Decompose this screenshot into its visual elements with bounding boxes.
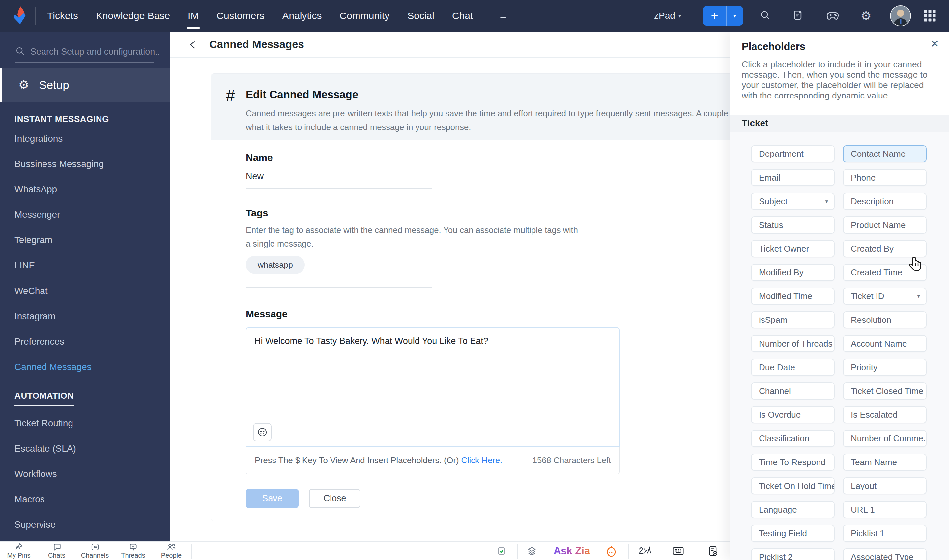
sidebar-item[interactable]: Preferences <box>0 329 170 354</box>
tags-underline <box>246 287 432 288</box>
release-notes-icon[interactable] <box>792 9 803 22</box>
placeholder-pill[interactable]: Ticket Closed Time ▾ <box>843 382 927 400</box>
placeholder-pill[interactable]: Testing Field ▾ <box>751 525 835 542</box>
placeholder-pill[interactable]: Phone ▾ <box>843 169 927 186</box>
sidebar-item[interactable]: Supervise <box>0 512 170 537</box>
sidebar-item[interactable]: Escalate (SLA) <box>0 436 170 461</box>
save-button[interactable]: Save <box>246 489 299 508</box>
placeholder-pill[interactable]: Resolution ▾ <box>843 311 927 328</box>
placeholder-pill[interactable]: Layout ▾ <box>843 477 927 494</box>
placeholder-pill[interactable]: Language ▾ <box>751 501 835 518</box>
bottombar-channels[interactable]: Channels <box>77 542 113 560</box>
close-button[interactable]: Close <box>309 489 360 508</box>
message-textarea[interactable]: Hi Welcome To Tasty Bakery. What Would Y… <box>246 328 620 447</box>
placeholder-pill[interactable]: Number of Comme... ▾ <box>843 430 927 447</box>
placeholder-pill[interactable]: Associated Type ▾ <box>843 548 927 560</box>
sidebar-item[interactable]: WeChat <box>0 278 170 303</box>
placeholder-pill[interactable]: Contact Name ▾ <box>843 145 927 162</box>
placeholder-pill[interactable]: Product Name ▾ <box>843 217 927 234</box>
tasks-checkbox-icon[interactable] <box>496 542 507 560</box>
back-button[interactable] <box>188 40 199 51</box>
bottombar-my-pins[interactable]: My Pins <box>1 542 37 560</box>
nav-item[interactable]: Social <box>407 10 434 22</box>
gear-icon[interactable]: ⚙ <box>860 9 871 23</box>
apps-grid-icon[interactable] <box>924 10 936 22</box>
gamepad-icon[interactable] <box>826 9 839 23</box>
avatar[interactable] <box>890 5 911 26</box>
sidebar-item[interactable]: Workflows <box>0 461 170 486</box>
placeholder-pill[interactable]: Is Escalated ▾ <box>843 406 927 423</box>
hash-icon: # <box>226 86 235 105</box>
nav-item[interactable]: Customers <box>217 10 264 22</box>
placeholder-pill[interactable]: Modified By ▾ <box>751 264 835 281</box>
sidebar-item[interactable]: Telegram <box>0 227 170 253</box>
placeholder-pill[interactable]: Ticket On Hold Time ▾ <box>751 477 835 494</box>
placeholder-pill[interactable]: Created By ▾ <box>843 240 927 257</box>
sidebar-item[interactable]: LINE <box>0 253 170 278</box>
placeholder-pill[interactable]: Email ▾ <box>751 169 835 186</box>
zia-script-icon[interactable] <box>638 542 652 560</box>
click-here-link[interactable]: Click Here. <box>461 455 502 465</box>
nav-item[interactable]: Community <box>340 10 390 22</box>
sidebar-item-setup[interactable]: ⚙ Setup <box>0 68 170 102</box>
placeholder-pill[interactable]: Ticket ID ▾ <box>843 288 927 305</box>
placeholder-grid: Department ▾ Contact Name ▾ Email ▾ Phon… <box>751 145 927 560</box>
nav-item[interactable]: Chat <box>452 10 473 22</box>
placeholder-pill[interactable]: Classification ▾ <box>751 430 835 447</box>
placeholder-pill[interactable]: Account Name ▾ <box>843 335 927 352</box>
sidebar-item[interactable]: WhatsApp <box>0 177 170 202</box>
nav-item[interactable]: Analytics <box>282 10 322 22</box>
nav-more-icon[interactable] <box>498 13 500 24</box>
zia-robot-icon[interactable] <box>605 542 617 560</box>
card-header: # Edit Canned Message Canned messages ar… <box>211 74 777 140</box>
placeholder-pill[interactable]: Status ▾ <box>751 217 835 234</box>
nav-item[interactable]: Tickets <box>47 10 78 22</box>
placeholder-pill[interactable]: Subject ▾ <box>751 193 835 210</box>
quick-add-split-button[interactable]: + ▾ <box>703 6 743 26</box>
close-icon[interactable]: ✕ <box>930 38 939 50</box>
sidebar-item[interactable]: Integrations <box>0 126 170 151</box>
placeholder-pill[interactable]: Department ▾ <box>751 145 835 162</box>
chevron-down-icon: ▾ <box>678 12 681 20</box>
sidebar-item[interactable]: Canned Messages <box>0 354 170 380</box>
bottombar-threads[interactable]: Threads <box>115 542 151 560</box>
placeholder-pill[interactable]: Is Overdue ▾ <box>751 406 835 423</box>
plus-icon[interactable]: + <box>703 6 727 26</box>
placeholder-pill[interactable]: Channel ▾ <box>751 382 835 400</box>
placeholder-pill[interactable]: Modified Time ▾ <box>751 288 835 305</box>
clipboard-check-icon[interactable] <box>708 542 718 560</box>
placeholder-pill[interactable]: Time To Respond ▾ <box>751 454 835 471</box>
placeholder-pill[interactable]: Team Name ▾ <box>843 454 927 471</box>
sidebar-item[interactable]: Ticket Routing <box>0 411 170 436</box>
chevron-down-icon[interactable]: ▾ <box>727 6 743 26</box>
placeholder-pill[interactable]: Picklist 1 ▾ <box>843 525 927 542</box>
search-icon[interactable] <box>760 9 771 22</box>
placeholder-pill[interactable]: Picklist 2 ▾ <box>751 548 835 560</box>
emoji-button[interactable] <box>253 423 271 442</box>
name-input[interactable]: New <box>246 171 263 182</box>
keyboard-icon[interactable] <box>672 542 684 560</box>
sidebar-item[interactable]: Messenger <box>0 202 170 227</box>
department-selector[interactable]: zPad ▾ <box>654 0 681 32</box>
sidebar-item[interactable]: Bussiness Messaging <box>0 151 170 177</box>
tag-chip[interactable]: whatsapp <box>246 255 305 274</box>
ask-zia-button[interactable]: Ask Zia <box>553 542 590 560</box>
sidebar-item[interactable]: Instagram <box>0 303 170 329</box>
layers-icon[interactable] <box>527 542 537 560</box>
placeholder-pill[interactable]: isSpam ▾ <box>751 311 835 328</box>
placeholder-pill[interactable]: Ticket Owner ▾ <box>751 240 835 257</box>
bottombar-chats[interactable]: Chats <box>39 542 75 560</box>
bottombar-people[interactable]: People <box>153 542 189 560</box>
nav-item[interactable]: IM <box>188 10 199 22</box>
placeholder-pill[interactable]: Description ▾ <box>843 193 927 210</box>
app-logo-icon[interactable] <box>9 5 30 26</box>
sidebar-item[interactable]: Macros <box>0 486 170 512</box>
placeholder-pill[interactable]: Due Date ▾ <box>751 359 835 376</box>
placeholder-pill[interactable]: URL 1 ▾ <box>843 501 927 518</box>
panel-description: Click a placeholder to include it in you… <box>742 59 937 101</box>
setup-search-input[interactable]: Search Setup and configuration.. <box>0 41 170 64</box>
placeholder-pill[interactable]: Priority ▾ <box>843 359 927 376</box>
placeholder-pill[interactable]: Number of Threads ▾ <box>751 335 835 352</box>
nav-item[interactable]: Knowledge Base <box>96 10 170 22</box>
gear-icon: ⚙ <box>18 78 29 92</box>
